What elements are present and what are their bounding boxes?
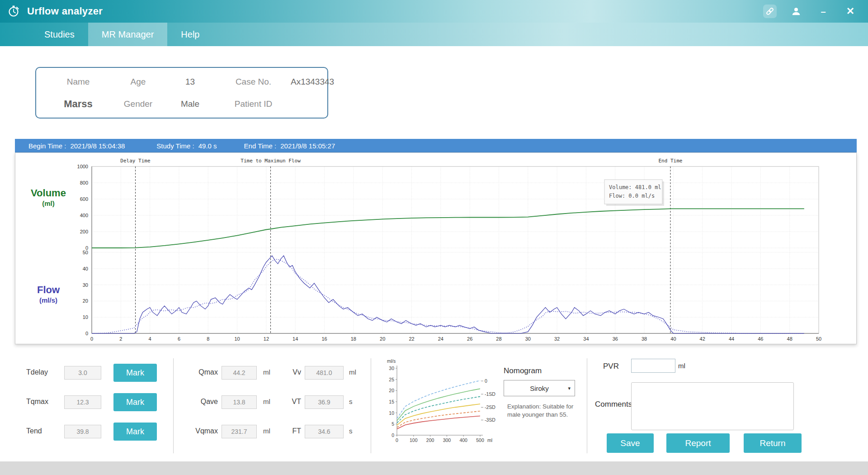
svg-text:34: 34: [583, 336, 589, 342]
app-logo-icon: [7, 5, 21, 18]
ft-label: FT: [268, 427, 301, 435]
svg-text:0: 0: [85, 331, 88, 336]
close-button[interactable]: ✕: [843, 4, 858, 19]
svg-text:50: 50: [83, 250, 88, 255]
volume-axis-unit: (ml): [19, 200, 78, 207]
svg-text:2: 2: [119, 336, 122, 342]
menu-item-mr-manager[interactable]: MR Manager: [88, 23, 168, 46]
comments-textarea[interactable]: [631, 382, 794, 430]
mark-tdelay-button[interactable]: Mark: [113, 364, 157, 382]
vv-value: 481.0: [305, 366, 344, 380]
patient-name-value: Marss: [44, 98, 112, 110]
svg-text:10: 10: [83, 314, 88, 320]
patient-info-box: Name Age 13 Case No. Ax1343343 Marss Gen…: [35, 67, 328, 119]
svg-text:200: 200: [426, 437, 434, 443]
svg-text:Delay Time: Delay Time: [120, 158, 150, 164]
svg-text:ml: ml: [487, 437, 492, 443]
pvr-input[interactable]: [631, 359, 675, 373]
svg-text:4: 4: [149, 336, 151, 342]
svg-text:1000: 1000: [77, 164, 88, 169]
volume-axis-label: Volume: [19, 187, 78, 199]
nomogram-selected-value: Siroky: [530, 385, 549, 392]
vv-label: Vv: [268, 368, 301, 376]
vv-unit: ml: [349, 368, 356, 376]
end-time-label: End Time :: [244, 142, 277, 150]
mark-tqmax-button[interactable]: Mark: [113, 393, 157, 411]
qmax-label: Qmax: [183, 368, 218, 376]
svg-text:400: 400: [80, 213, 88, 218]
svg-text:42: 42: [700, 336, 705, 342]
menubar: Studies MR Manager Help: [0, 23, 868, 46]
svg-text:14: 14: [292, 336, 298, 342]
menu-item-help[interactable]: Help: [167, 23, 213, 46]
svg-text:200: 200: [80, 229, 88, 234]
vqmax-value: 231.7: [222, 425, 257, 438]
chain-link-icon: [765, 7, 774, 16]
return-button[interactable]: Return: [744, 433, 802, 453]
uroflow-chart[interactable]: 0200400600800100001020304050024681012141…: [15, 153, 856, 344]
qave-label: Qave: [183, 398, 218, 406]
patient-age-value: 13: [164, 77, 216, 87]
nomogram-dropdown[interactable]: Siroky ▾: [504, 380, 575, 396]
menu-item-studies[interactable]: Studies: [31, 23, 88, 46]
svg-text:38: 38: [642, 336, 647, 342]
divider: [371, 358, 371, 453]
svg-text:28: 28: [496, 336, 501, 342]
tqmax-value: 12.3: [64, 395, 101, 409]
svg-text:500: 500: [476, 437, 484, 443]
svg-text:20: 20: [389, 388, 394, 393]
patient-case-value: Ax1343343: [291, 77, 334, 87]
svg-text:30: 30: [389, 366, 394, 371]
vt-unit: s: [349, 398, 353, 405]
minimize-button[interactable]: –: [816, 4, 831, 19]
tdelay-label: Tdelay: [26, 368, 48, 376]
link-icon[interactable]: [763, 5, 777, 18]
svg-text:100: 100: [410, 437, 418, 443]
comments-label: Comments: [595, 400, 632, 409]
svg-text:18: 18: [351, 336, 356, 342]
svg-text:10: 10: [389, 410, 394, 416]
svg-text:10: 10: [234, 336, 240, 342]
mark-tend-button[interactable]: Mark: [113, 423, 157, 441]
tqmax-label: Tqmax: [26, 398, 48, 406]
svg-text:Time to Maximun Flow: Time to Maximun Flow: [241, 158, 301, 164]
person-icon: [791, 6, 801, 16]
user-icon[interactable]: [788, 4, 804, 19]
nomogram-explanation: Explanation: Suitable for male younger t…: [507, 403, 580, 419]
report-button[interactable]: Report: [666, 433, 730, 453]
minimize-icon: –: [821, 7, 826, 16]
svg-text:20: 20: [380, 336, 385, 342]
svg-text:8: 8: [207, 336, 209, 342]
svg-text:48: 48: [787, 336, 793, 342]
app-title: Urflow analyzer: [27, 5, 103, 17]
svg-text:0: 0: [485, 378, 487, 384]
volume-axis-title: Volume (ml): [19, 187, 78, 207]
svg-text:800: 800: [80, 180, 88, 185]
end-time-value: 2021/9/8 15:05:27: [280, 142, 335, 150]
ft-value: 34.6: [305, 425, 344, 438]
flow-axis-unit: (ml/s): [19, 296, 78, 304]
svg-text:24: 24: [438, 336, 443, 342]
svg-text:36: 36: [613, 336, 618, 342]
pvr-label: PVR: [603, 362, 619, 371]
vt-value: 36.9: [305, 395, 344, 409]
svg-text:ml/s: ml/s: [387, 358, 396, 364]
svg-text:15: 15: [389, 399, 394, 404]
study-time-value: 49.0 s: [198, 142, 217, 150]
svg-text:44: 44: [729, 336, 734, 342]
save-button[interactable]: Save: [607, 433, 654, 453]
svg-text:16: 16: [321, 336, 327, 342]
begin-time-value: 2021/9/8 15:04:38: [70, 142, 125, 150]
tend-value: 39.8: [64, 425, 101, 438]
svg-text:12: 12: [264, 336, 269, 342]
patient-gender-value: Male: [164, 99, 216, 109]
divider: [173, 358, 174, 453]
svg-text:22: 22: [409, 336, 414, 342]
svg-text:40: 40: [670, 336, 676, 342]
nomogram-chart: 0510152025300100200300400500ml/sml0-1SD-…: [379, 357, 499, 454]
tend-label: Tend: [26, 427, 42, 435]
tdelay-value: 3.0: [64, 366, 101, 380]
begin-time-label: Begin Time :: [28, 142, 66, 150]
study-time-bar: Begin Time : 2021/9/8 15:04:38 Study Tim…: [15, 139, 857, 152]
svg-text:26: 26: [467, 336, 472, 342]
